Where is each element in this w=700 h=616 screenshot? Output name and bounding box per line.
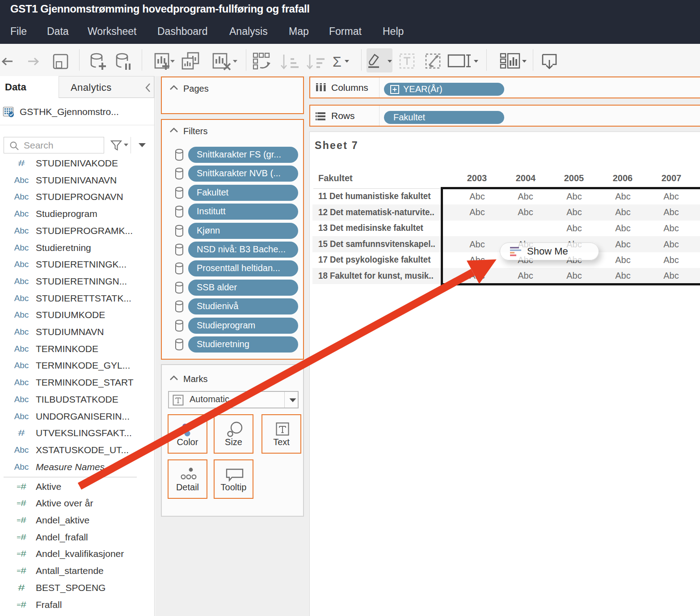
svg-text:Σ: Σ <box>333 54 342 70</box>
